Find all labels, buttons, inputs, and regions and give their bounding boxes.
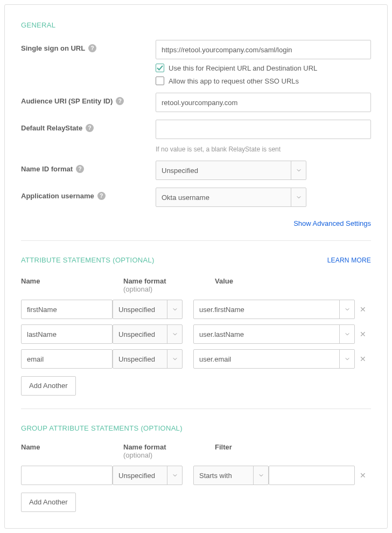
attr-value-value: user.firstName: [199, 306, 244, 314]
app-username-label-text: Application username: [21, 192, 94, 200]
chevron-down-icon: [339, 325, 354, 343]
help-icon[interactable]: ?: [97, 192, 106, 200]
audience-uri-label-text: Audience URI (SP Entity ID): [21, 97, 113, 105]
relaystate-hint: If no value is set, a blank RelayState i…: [156, 146, 371, 153]
attr-format-select[interactable]: Unspecified: [113, 324, 183, 344]
add-group-button[interactable]: Add Another: [21, 493, 76, 512]
attr-format-value: Unspecified: [118, 355, 155, 363]
relaystate-label: Default RelayState ?: [21, 120, 156, 132]
remove-group-button[interactable]: ✕: [355, 471, 371, 480]
chevron-down-icon: [167, 325, 182, 343]
chevron-down-icon: [167, 300, 182, 319]
attr-header-value: Value: [204, 277, 366, 293]
attr-format-value: Unspecified: [118, 330, 155, 338]
chevron-down-icon: [291, 161, 306, 179]
remove-attribute-button[interactable]: ✕: [355, 355, 371, 363]
group-attributes-section-title: GROUP ATTRIBUTE STATEMENTS (OPTIONAL): [21, 424, 371, 432]
remove-attribute-button[interactable]: ✕: [355, 330, 371, 338]
group-filter-select[interactable]: Starts with: [193, 466, 269, 485]
chevron-down-icon: [339, 350, 354, 368]
attr-header-optional: (optional): [123, 285, 152, 293]
chevron-down-icon: [253, 466, 268, 484]
attr-value-value: user.email: [199, 355, 231, 363]
attr-header-name: Name: [21, 277, 113, 293]
help-icon[interactable]: ?: [116, 97, 124, 105]
attribute-row: Unspecifieduser.lastName✕: [21, 324, 371, 344]
group-format-value: Unspecified: [118, 472, 155, 480]
help-icon[interactable]: ?: [86, 124, 94, 132]
attribute-row: Unspecifieduser.firstName✕: [21, 300, 371, 319]
name-id-format-select[interactable]: Unspecified: [156, 161, 306, 180]
attr-header-format-text: Name format: [123, 277, 166, 285]
relaystate-input[interactable]: [156, 120, 371, 139]
attr-value-select[interactable]: user.email: [193, 349, 355, 369]
learn-more-link[interactable]: LEARN MORE: [327, 257, 371, 264]
use-recipient-checkbox-row[interactable]: Use this for Recipient URL and Destinati…: [156, 64, 371, 72]
name-id-format-label: Name ID format ?: [21, 161, 156, 173]
add-attribute-button[interactable]: Add Another: [21, 376, 76, 396]
attr-name-input[interactable]: [21, 349, 113, 369]
use-recipient-label: Use this for Recipient URL and Destinati…: [169, 64, 317, 72]
attr-name-input[interactable]: [21, 324, 113, 344]
chevron-down-icon: [291, 188, 306, 206]
group-header-optional: (optional): [123, 451, 152, 459]
divider: [21, 409, 371, 409]
attr-value-value: user.lastName: [199, 330, 244, 338]
checkbox-icon[interactable]: [156, 64, 164, 72]
sso-url-label: Single sign on URL ?: [21, 40, 156, 52]
audience-uri-label: Audience URI (SP Entity ID) ?: [21, 93, 156, 105]
group-format-select[interactable]: Unspecified: [113, 466, 183, 485]
group-name-input[interactable]: [21, 466, 113, 485]
attribute-row: Unspecifieduser.email✕: [21, 349, 371, 369]
app-username-value: Okta username: [162, 193, 209, 202]
group-header-name: Name: [21, 443, 113, 459]
name-id-format-label-text: Name ID format: [21, 165, 73, 173]
attributes-section-title: ATTRIBUTE STATEMENTS (OPTIONAL): [21, 256, 155, 264]
name-id-format-value: Unspecified: [162, 167, 198, 175]
chevron-down-icon: [167, 466, 182, 484]
group-header-filter: Filter: [204, 443, 366, 459]
app-username-label: Application username ?: [21, 188, 156, 200]
attr-format-select[interactable]: Unspecified: [113, 300, 183, 319]
general-section-title: GENERAL: [21, 21, 371, 29]
attr-format-value: Unspecified: [118, 306, 155, 314]
audience-uri-input[interactable]: [156, 93, 371, 112]
group-header-format-text: Name format: [123, 443, 166, 451]
group-header-format: Name format (optional): [123, 443, 193, 459]
chevron-down-icon: [167, 350, 182, 368]
checkbox-icon[interactable]: [156, 77, 164, 85]
attr-format-select[interactable]: Unspecified: [113, 349, 183, 369]
group-filter-value: Starts with: [199, 472, 232, 480]
attr-name-input[interactable]: [21, 300, 113, 319]
chevron-down-icon: [339, 300, 354, 319]
attr-value-select[interactable]: user.firstName: [193, 300, 355, 319]
help-icon[interactable]: ?: [76, 165, 84, 173]
divider: [21, 240, 371, 241]
sso-url-label-text: Single sign on URL: [21, 44, 85, 52]
saml-settings-panel: GENERAL Single sign on URL ? Use this fo…: [4, 4, 388, 529]
sso-url-input[interactable]: [156, 40, 371, 59]
attr-value-select[interactable]: user.lastName: [193, 324, 355, 344]
allow-request-label: Allow this app to request other SSO URLs: [169, 77, 299, 85]
allow-request-checkbox-row[interactable]: Allow this app to request other SSO URLs: [156, 77, 371, 85]
remove-attribute-button[interactable]: ✕: [355, 305, 371, 314]
relaystate-label-text: Default RelayState: [21, 124, 82, 132]
group-attribute-row: UnspecifiedStarts with✕: [21, 466, 371, 485]
app-username-select[interactable]: Okta username: [156, 188, 306, 207]
group-filter-input[interactable]: [269, 466, 355, 485]
help-icon[interactable]: ?: [88, 44, 96, 52]
show-advanced-link[interactable]: Show Advanced Settings: [293, 219, 371, 227]
attr-header-format: Name format (optional): [123, 277, 193, 293]
